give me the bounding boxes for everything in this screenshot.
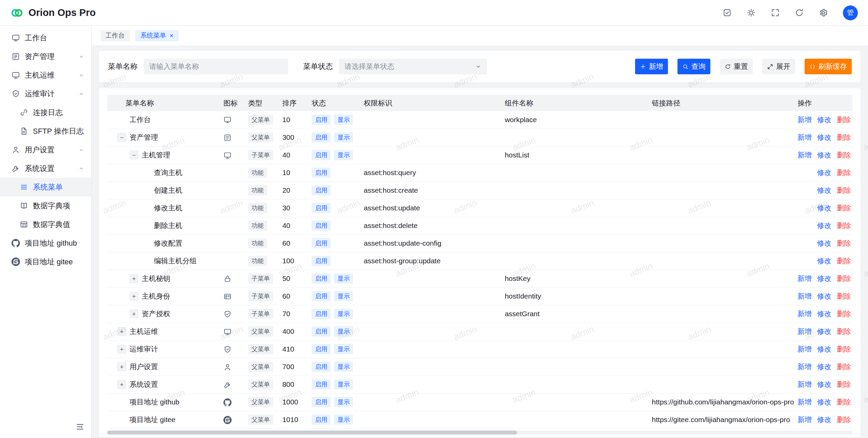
row-edit-link[interactable]: 修改 — [817, 380, 831, 389]
todo-button[interactable] — [723, 8, 732, 17]
row-delete-link[interactable]: 删除 — [837, 327, 851, 336]
refresh-button[interactable] — [795, 8, 804, 17]
sidebar-item-workbench[interactable]: 工作台 — [0, 28, 91, 47]
row-edit-link[interactable]: 修改 — [817, 186, 831, 195]
sidebar-item-sftp-log[interactable]: SFTP 操作日志 — [0, 122, 91, 140]
row-delete-link[interactable]: 删除 — [837, 239, 851, 248]
sidebar-item-host-ops[interactable]: 主机运维 — [0, 66, 91, 84]
row-delete-link[interactable]: 删除 — [837, 415, 851, 424]
row-add-link[interactable]: 新增 — [797, 344, 812, 354]
row-delete-link[interactable]: 删除 — [837, 203, 851, 213]
row-add-link[interactable]: 新增 — [797, 362, 812, 372]
row-edit-link[interactable]: 修改 — [817, 344, 831, 354]
status-badge: 显示 — [334, 326, 353, 337]
row-edit-link[interactable]: 修改 — [817, 274, 831, 283]
row-edit-link[interactable]: 修改 — [817, 239, 831, 248]
row-add-link[interactable]: 新增 — [797, 150, 812, 160]
row-edit-link[interactable]: 修改 — [817, 415, 831, 424]
row-edit-link[interactable]: 修改 — [817, 309, 831, 319]
menu-name-input[interactable] — [144, 59, 288, 74]
link-path-value: https://github.com/lijiahangmax/orion-op… — [652, 393, 798, 411]
sidebar-item-system-menu[interactable]: 系统菜单 — [0, 178, 91, 196]
row-edit-link[interactable]: 修改 — [817, 150, 831, 160]
expand-row-toggle[interactable]: + — [130, 309, 138, 318]
row-add-link[interactable]: 新增 — [797, 380, 812, 389]
sidebar-item-asset-management[interactable]: 资产管理 — [0, 47, 91, 66]
horizontal-scrollbar[interactable] — [107, 431, 852, 435]
collapse-sidebar-icon[interactable] — [76, 422, 84, 433]
expand-row-toggle[interactable]: + — [130, 292, 138, 301]
sidebar-item-system-settings[interactable]: 系统设置 — [0, 159, 91, 178]
expand-button[interactable]: 展开 — [762, 59, 795, 74]
sidebar-item-user-settings[interactable]: 用户设置 — [0, 140, 91, 159]
type-badge: 功能 — [248, 203, 267, 213]
theme-button[interactable] — [747, 8, 756, 17]
sidebar-item-dict-values[interactable]: 数据字典值 — [0, 215, 91, 234]
sort-value: 100 — [282, 252, 312, 270]
sidebar-item-gitee[interactable]: 项目地址 gitee — [0, 252, 91, 271]
row-edit-link[interactable]: 修改 — [817, 133, 831, 142]
component-value: workplace — [505, 111, 652, 129]
close-tab-icon[interactable]: × — [170, 32, 174, 39]
row-delete-link[interactable]: 删除 — [837, 344, 851, 354]
scrollbar-thumb[interactable] — [107, 431, 517, 435]
expand-row-toggle[interactable]: + — [117, 345, 126, 354]
row-edit-link[interactable]: 修改 — [817, 256, 831, 266]
row-add-link[interactable]: 新增 — [797, 115, 812, 125]
sidebar-item-github[interactable]: 项目地址 github — [0, 234, 91, 252]
fullscreen-button[interactable] — [771, 8, 780, 17]
row-delete-link[interactable]: 删除 — [837, 221, 851, 230]
row-delete-link[interactable]: 删除 — [837, 133, 851, 142]
reset-button[interactable]: 重置 — [720, 59, 753, 74]
row-delete-link[interactable]: 删除 — [837, 150, 851, 160]
row-delete-link[interactable]: 删除 — [837, 380, 851, 389]
link-path-value — [652, 111, 798, 129]
row-edit-link[interactable]: 修改 — [817, 397, 831, 407]
row-add-link[interactable]: 新增 — [797, 274, 812, 283]
search-button[interactable]: 查询 — [677, 59, 710, 74]
menu-name: 修改配置 — [154, 239, 182, 248]
row-add-link[interactable]: 新增 — [797, 397, 812, 407]
row-add-link[interactable]: 新增 — [797, 415, 812, 424]
row-edit-link[interactable]: 修改 — [817, 291, 831, 301]
tab-workbench[interactable]: 工作台 — [100, 30, 130, 41]
user-avatar[interactable]: 管 — [843, 5, 858, 20]
row-edit-link[interactable]: 修改 — [817, 203, 831, 213]
sidebar-item-label: 连接日志 — [33, 108, 63, 118]
expand-row-toggle[interactable]: + — [130, 274, 138, 283]
row-delete-link[interactable]: 删除 — [837, 309, 851, 319]
sidebar-item-dict-keys[interactable]: 数据字典项 — [0, 196, 91, 215]
row-edit-link[interactable]: 修改 — [817, 327, 831, 336]
settings-button[interactable] — [819, 8, 828, 17]
row-edit-link[interactable]: 修改 — [817, 221, 831, 230]
expand-row-toggle[interactable]: + — [117, 362, 126, 371]
row-add-link[interactable]: 新增 — [797, 291, 812, 301]
collapse-row-toggle[interactable]: − — [117, 133, 126, 142]
menu-status-select[interactable]: 请选择菜单状态 — [339, 59, 487, 74]
row-edit-link[interactable]: 修改 — [817, 362, 831, 372]
row-add-link[interactable]: 新增 — [797, 309, 812, 319]
menu-name: 项目地址 github — [130, 397, 179, 407]
row-delete-link[interactable]: 删除 — [837, 362, 851, 372]
row-add-link[interactable]: 新增 — [797, 133, 812, 142]
expand-row-toggle[interactable]: + — [117, 327, 126, 336]
refresh-cache-button[interactable]: 刷新缓存 — [805, 59, 852, 74]
tab-system-menu[interactable]: 系统菜单× — [135, 30, 179, 41]
sidebar-item-connection-log[interactable]: 连接日志 — [0, 103, 91, 122]
expand-row-toggle[interactable]: + — [117, 380, 126, 389]
add-button[interactable]: 新增 — [635, 59, 668, 74]
row-delete-link[interactable]: 删除 — [837, 115, 851, 125]
sidebar-item-label: 资产管理 — [25, 52, 55, 62]
row-delete-link[interactable]: 删除 — [837, 274, 851, 283]
row-add-link[interactable]: 新增 — [797, 327, 812, 336]
link-path-value: https://gitee.com/lijiahangmax/orion-ops… — [652, 411, 798, 429]
row-edit-link[interactable]: 修改 — [817, 168, 831, 177]
row-delete-link[interactable]: 删除 — [837, 291, 851, 301]
row-edit-link[interactable]: 修改 — [817, 115, 831, 125]
row-delete-link[interactable]: 删除 — [837, 256, 851, 266]
sidebar-item-ops-audit[interactable]: 运维审计 — [0, 84, 91, 103]
collapse-row-toggle[interactable]: − — [130, 151, 138, 159]
row-delete-link[interactable]: 删除 — [837, 168, 851, 177]
row-delete-link[interactable]: 删除 — [837, 186, 851, 195]
row-delete-link[interactable]: 删除 — [837, 397, 851, 407]
